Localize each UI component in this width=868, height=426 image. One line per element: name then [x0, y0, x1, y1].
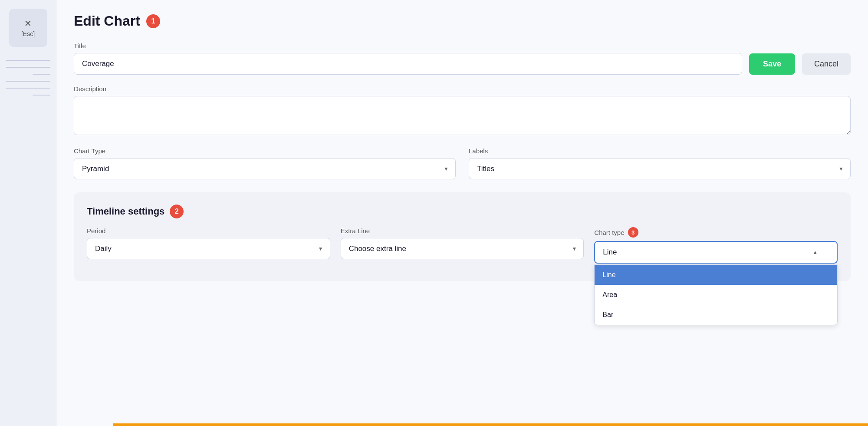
bottom-bar [113, 423, 868, 426]
timeline-chart-type-label: Chart type [594, 229, 624, 236]
title-row: Title Save Cancel [74, 42, 851, 75]
dropdown-option-bar[interactable]: Bar [595, 305, 837, 325]
page-title: Edit Chart [74, 13, 140, 29]
page-badge: 1 [146, 14, 160, 28]
save-button[interactable]: Save [749, 53, 795, 75]
period-select-wrap: Daily Weekly Monthly ▼ [87, 238, 330, 259]
title-input[interactable] [74, 53, 742, 75]
labels-select-wrap: Titles Values ▼ [469, 158, 851, 179]
chart-type-select[interactable]: Pyramid Line Bar [74, 158, 456, 179]
sidebar: ✕ [Esc] [0, 0, 56, 426]
sidebar-line-2 [6, 67, 50, 68]
period-select[interactable]: Daily Weekly Monthly [87, 238, 330, 259]
timeline-section: Timeline settings 2 Period Daily Weekly … [74, 192, 851, 281]
sidebar-line-4 [6, 81, 50, 82]
extra-line-label: Extra Line [341, 227, 584, 234]
labels-select[interactable]: Titles Values [469, 158, 851, 179]
extra-line-select-wrap: Choose extra line ▼ [341, 238, 584, 259]
chart-type-field-group: Chart Type Pyramid Line Bar ▼ [74, 147, 456, 179]
timeline-chart-type-dropdown: Line Area Bar [594, 264, 838, 325]
description-label: Description [74, 85, 851, 92]
period-label: Period [87, 227, 330, 234]
description-field-group: Description [74, 85, 851, 137]
chart-type-label: Chart Type [74, 147, 456, 155]
chart-type-select-wrap: Pyramid Line Bar ▼ [74, 158, 456, 179]
title-input-wrap: Title [74, 42, 742, 75]
sidebar-line-3 [33, 74, 50, 75]
description-input[interactable] [74, 96, 851, 135]
period-field-group: Period Daily Weekly Monthly ▼ [87, 227, 330, 259]
header: Edit Chart 1 [74, 13, 851, 29]
timeline-fields-row: Period Daily Weekly Monthly ▼ Extra Line… [87, 227, 838, 264]
esc-button[interactable]: ✕ [Esc] [9, 9, 47, 47]
timeline-chart-type-value: Line [603, 248, 617, 257]
chart-labels-row: Chart Type Pyramid Line Bar ▼ Labels Tit… [74, 147, 851, 179]
title-label: Title [74, 42, 742, 50]
cancel-button[interactable]: Cancel [802, 53, 851, 75]
timeline-chart-type-arrow-icon: ▲ [812, 249, 818, 255]
timeline-badge: 2 [170, 205, 184, 218]
sidebar-line-5 [6, 88, 50, 89]
sidebar-decoration [6, 60, 50, 96]
dropdown-option-line[interactable]: Line [595, 265, 837, 285]
timeline-title: Timeline settings [87, 206, 164, 217]
timeline-chart-type-badge: 3 [628, 227, 638, 238]
timeline-chart-type-trigger[interactable]: Line ▲ [594, 241, 838, 264]
esc-label: [Esc] [21, 30, 35, 37]
close-icon: ✕ [24, 18, 32, 29]
sidebar-line-6 [33, 95, 50, 96]
timeline-header: Timeline settings 2 [87, 205, 838, 218]
timeline-chart-type-header: Chart type 3 [594, 227, 838, 238]
labels-label: Labels [469, 147, 851, 155]
sidebar-line-1 [6, 60, 50, 61]
extra-line-select[interactable]: Choose extra line [341, 238, 584, 259]
main-content: Edit Chart 1 Title Save Cancel Descripti… [56, 0, 868, 426]
dropdown-option-area[interactable]: Area [595, 285, 837, 305]
extra-line-field-group: Extra Line Choose extra line ▼ [341, 227, 584, 259]
labels-field-group: Labels Titles Values ▼ [469, 147, 851, 179]
timeline-chart-type-field-group: Chart type 3 Line ▲ Line Area Bar [594, 227, 838, 264]
